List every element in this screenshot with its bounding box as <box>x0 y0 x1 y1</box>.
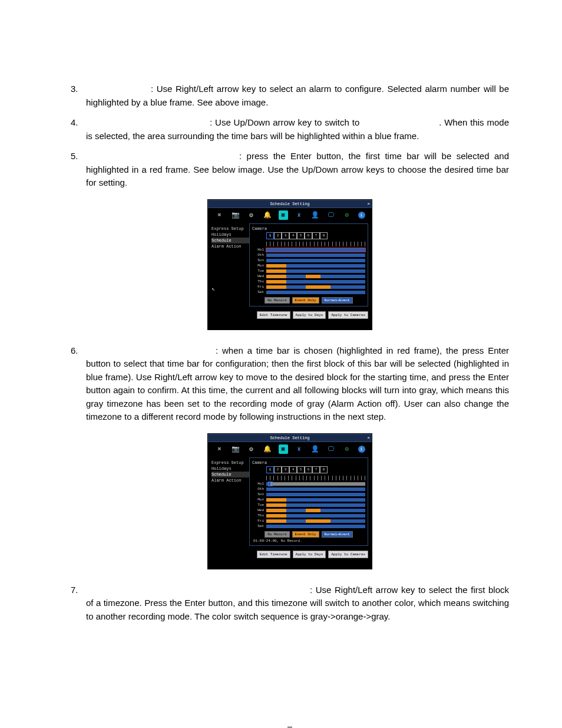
user-icon[interactable]: 👤 <box>310 210 320 220</box>
time-bar[interactable] <box>266 253 365 257</box>
camera-cell[interactable]: 6 <box>305 232 312 239</box>
wrench-icon[interactable]: ✖ <box>215 444 224 454</box>
close-icon[interactable]: × <box>367 201 370 206</box>
bell-icon[interactable]: 🔔 <box>263 444 272 454</box>
edit-timezone-button[interactable]: Edit Timezone <box>257 551 290 558</box>
info-icon[interactable]: i <box>358 446 365 453</box>
sidebar-item[interactable]: Alarm Action <box>211 477 249 483</box>
schedule-icon[interactable]: ▦ <box>279 444 288 454</box>
camera-cell[interactable]: 5 <box>297 466 305 473</box>
wrench-icon[interactable]: ✖ <box>215 210 224 220</box>
step-body: : Use Right/Left arrow key to select the… <box>86 584 509 624</box>
camera-cell[interactable]: 6 <box>305 466 312 473</box>
gear-icon[interactable]: ⚙ <box>342 210 352 220</box>
time-bar[interactable] <box>266 264 365 268</box>
camera-cell[interactable]: 3 <box>282 466 289 473</box>
step-6: 6. : when a time bar is chosen (highligh… <box>71 344 509 424</box>
camera-cell[interactable]: 5 <box>297 232 305 239</box>
time-bar[interactable] <box>266 259 365 262</box>
camera-icon[interactable]: 📷 <box>231 444 240 454</box>
camera-cell[interactable]: 4 <box>289 232 297 239</box>
time-bar[interactable] <box>266 503 365 507</box>
sidebar-item[interactable]: Express Setup <box>211 460 249 466</box>
camera-cell[interactable]: 8 <box>320 232 328 239</box>
time-bar[interactable] <box>266 280 365 284</box>
apply-to-days-button[interactable]: Apply to Days <box>293 311 326 319</box>
time-bar[interactable] <box>266 248 365 252</box>
globe-icon[interactable]: ❂ <box>247 444 256 454</box>
apply-to-days-button[interactable]: Apply to Days <box>293 551 326 558</box>
dvr-titlebar: Schedule Setting × <box>208 200 372 208</box>
gear-icon[interactable]: ⚙ <box>342 444 352 454</box>
step-5: 5. : press the Enter button, the first t… <box>71 150 509 190</box>
step-number: 6. <box>71 344 86 424</box>
camera-cell[interactable]: 2 <box>274 232 282 239</box>
time-bar[interactable] <box>266 519 365 523</box>
camera-cell[interactable]: 4 <box>289 466 297 473</box>
camera-cell[interactable]: 1 <box>266 466 274 473</box>
monitor-icon[interactable]: 🖵 <box>326 210 336 220</box>
apply-to-cameras-button[interactable]: Apply to Cameras <box>328 311 368 319</box>
day-label: Hol <box>252 248 266 252</box>
close-icon[interactable]: × <box>367 435 370 440</box>
camera-cell[interactable]: 3 <box>282 232 289 239</box>
legend-item: Normal+Event <box>322 531 353 538</box>
camera-cell[interactable]: 7 <box>312 466 320 473</box>
apply-to-cameras-button[interactable]: Apply to Cameras <box>328 551 368 558</box>
camera-row: 1 2 3 4 5 6 7 8 <box>266 232 365 239</box>
day-label: Tue <box>252 269 266 273</box>
time-bar[interactable] <box>266 275 365 278</box>
sidebar-item[interactable]: Holidays <box>211 466 249 472</box>
sidebar-item-selected[interactable]: Schedule <box>211 238 249 243</box>
time-bar[interactable] <box>266 514 365 518</box>
day-label: Mon <box>252 263 266 268</box>
day-label: Oth <box>252 253 266 257</box>
globe-icon[interactable]: ❂ <box>247 210 256 220</box>
time-bar[interactable] <box>266 487 365 491</box>
network-icon[interactable]: ♜ <box>295 210 304 220</box>
time-bar[interactable] <box>266 525 365 528</box>
time-bar[interactable] <box>266 509 365 512</box>
figure-2: Schedule Setting × ✖ 📷 ❂ 🔔 ▦ ♜ 👤 🖵 ⚙ i E… <box>71 433 509 569</box>
page-number <box>287 717 292 727</box>
sidebar-item[interactable]: Alarm Action <box>211 243 249 249</box>
time-bar[interactable] <box>266 269 365 273</box>
dvr-toolbar: ✖ 📷 ❂ 🔔 ▦ ♜ 👤 🖵 ⚙ i <box>208 208 372 222</box>
camera-icon[interactable]: 📷 <box>231 210 240 220</box>
time-bar[interactable] <box>266 498 365 502</box>
dvr-button-row: Edit Timezone Apply to Days Apply to Cam… <box>208 309 372 321</box>
day-label: Tue <box>252 503 266 507</box>
info-icon[interactable]: i <box>358 212 365 219</box>
time-bar[interactable] <box>266 482 365 486</box>
time-bar[interactable] <box>266 493 365 496</box>
dvr-button-row: Edit Timezone Apply to Days Apply to Cam… <box>208 548 372 561</box>
step-text-a: : Use Up/Down arrow key to switch to <box>210 117 362 127</box>
day-label: Sun <box>252 258 266 262</box>
step-number: 4. <box>71 116 86 143</box>
step-7: 7. : Use Right/Left arrow key to select … <box>71 584 509 624</box>
network-icon[interactable]: ♜ <box>295 444 304 454</box>
sidebar-item[interactable]: Express Setup <box>211 226 249 232</box>
monitor-icon[interactable]: 🖵 <box>326 444 336 454</box>
day-label: Thu <box>252 279 266 284</box>
sidebar-item[interactable]: Holidays <box>211 232 249 238</box>
camera-cell[interactable]: 2 <box>274 466 282 473</box>
step-text: : Use Right/Left arrow key to select an … <box>86 84 509 107</box>
camera-cell[interactable]: 8 <box>320 466 328 473</box>
step-number: 7. <box>71 584 86 624</box>
dvr-main: Camera 1 2 3 4 5 6 7 8 Hol Oth Sun <box>249 457 368 546</box>
camera-cell[interactable]: 1 <box>266 232 274 239</box>
step-body: : Use Right/Left arrow key to select an … <box>86 83 509 109</box>
legend-item: No Record <box>265 297 289 304</box>
time-bar[interactable] <box>266 291 365 294</box>
camera-cell[interactable]: 7 <box>312 232 320 239</box>
sidebar-item-selected[interactable]: Schedule <box>211 472 249 477</box>
bell-icon[interactable]: 🔔 <box>263 210 272 220</box>
user-icon[interactable]: 👤 <box>310 444 320 454</box>
legend-item: Event Only <box>292 297 319 304</box>
schedule-icon[interactable]: ▦ <box>279 210 288 220</box>
edit-timezone-button[interactable]: Edit Timezone <box>257 311 290 319</box>
step-text: : Use Right/Left arrow key to select the… <box>86 585 509 621</box>
time-bar[interactable] <box>266 285 365 289</box>
figure-1: Schedule Setting × ✖ 📷 ❂ 🔔 ▦ ♜ 👤 🖵 ⚙ i E… <box>71 199 509 330</box>
